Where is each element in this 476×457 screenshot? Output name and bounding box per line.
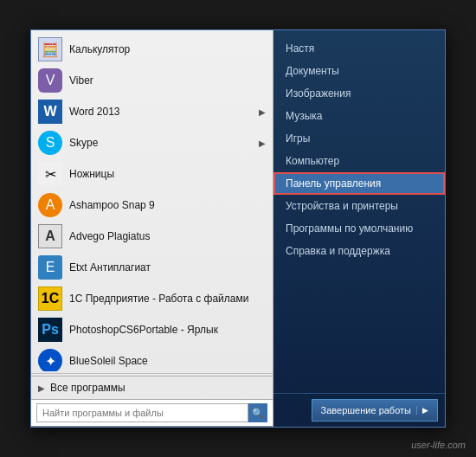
app-item-scissors[interactable]: ✂ Ножницы (31, 158, 273, 190)
app-item-advego[interactable]: A Advego Plagiatus (31, 221, 273, 252)
app-item-viber[interactable]: V Viber (31, 65, 273, 96)
right-item-images[interactable]: Изображения (273, 82, 445, 105)
app-list-container: 🧮 Калькулятор V Viber W Word 2013 ▶ S Sk… (31, 30, 273, 371)
app-icon-1c: 1С (38, 286, 62, 311)
app-label-advego: Advego Plagiatus (69, 230, 266, 242)
app-label-ashampoo: Ashampoo Snap 9 (69, 199, 266, 211)
start-menu: 🧮 Калькулятор V Viber W Word 2013 ▶ S Sk… (30, 29, 446, 428)
app-arrow-skype: ▶ (259, 138, 266, 148)
right-item-defaults[interactable]: Программы по умолчанию (273, 217, 445, 240)
app-icon-ps: Ps (38, 318, 62, 342)
app-label-calculator: Калькулятор (69, 43, 266, 55)
app-icon-viber: V (38, 68, 62, 93)
app-icon-scissors: ✂ (38, 162, 62, 186)
right-panel: НастяДокументыИзображенияМузыкаИгрыКомпь… (273, 30, 445, 427)
app-icon-bluetooth: ✦ (38, 349, 62, 371)
app-list: 🧮 Калькулятор V Viber W Word 2013 ▶ S Sk… (31, 30, 273, 371)
search-button[interactable]: 🔍 (248, 403, 267, 422)
right-item-devices[interactable]: Устройства и принтеры (273, 195, 445, 217)
app-icon-ashampoo: A (38, 193, 62, 217)
watermark: user-life.com (411, 440, 466, 450)
app-arrow-word: ▶ (259, 107, 266, 117)
app-label-etxt: Etxt Антиплагиат (69, 261, 266, 274)
right-item-games[interactable]: Игры (273, 127, 445, 150)
right-bottom-bar: Завершение работы ▶ (273, 393, 445, 427)
shutdown-label: Завершение работы (321, 405, 411, 415)
divider (31, 373, 273, 374)
app-label-viber: Viber (69, 74, 266, 87)
shutdown-button[interactable]: Завершение работы ▶ (312, 399, 438, 422)
right-item-computer[interactable]: Компьютер (273, 150, 445, 172)
right-item-music[interactable]: Музыка (273, 105, 445, 127)
right-item-control-panel[interactable]: Панель управления (273, 172, 445, 195)
app-icon-word: W (38, 100, 62, 124)
app-label-bluetooth: BlueSoleil Space (69, 355, 266, 367)
right-menu-list: НастяДокументыИзображенияМузыкаИгрыКомпь… (273, 30, 445, 269)
app-item-calculator[interactable]: 🧮 Калькулятор (31, 34, 273, 65)
all-programs-arrow-icon: ▶ (38, 383, 45, 393)
left-panel: 🧮 Калькулятор V Viber W Word 2013 ▶ S Sk… (31, 30, 273, 427)
app-item-skype[interactable]: S Skype ▶ (31, 127, 273, 158)
search-input[interactable] (36, 403, 248, 422)
right-item-help[interactable]: Справка и поддержка (273, 240, 445, 262)
right-item-nastya[interactable]: Настя (273, 37, 445, 60)
app-item-etxt[interactable]: E Etxt Антиплагиат (31, 252, 273, 283)
app-label-word: Word 2013 (69, 106, 259, 118)
search-bar: 🔍 (31, 399, 273, 427)
right-item-documents[interactable]: Документы (273, 60, 445, 82)
all-programs-label: Все программы (50, 382, 125, 394)
app-item-word[interactable]: W Word 2013 ▶ (31, 96, 273, 127)
app-icon-calculator: 🧮 (38, 37, 62, 61)
app-label-ps: PhotoshopCS6Portable - Ярлык (69, 324, 266, 336)
app-item-bluetooth[interactable]: ✦ BlueSoleil Space (31, 345, 273, 371)
app-item-ashampoo[interactable]: A Ashampoo Snap 9 (31, 190, 273, 221)
all-programs-item[interactable]: ▶ Все программы (31, 376, 273, 399)
app-icon-etxt: E (38, 255, 62, 280)
app-label-scissors: Ножницы (69, 168, 266, 180)
app-label-1c: 1С Предприятие - Работа с файлами (69, 293, 266, 305)
app-label-skype: Skype (69, 137, 259, 149)
app-item-1c[interactable]: 1С 1С Предприятие - Работа с файлами (31, 283, 273, 314)
shutdown-arrow-icon: ▶ (416, 406, 428, 415)
app-icon-advego: A (38, 224, 62, 248)
app-item-ps[interactable]: Ps PhotoshopCS6Portable - Ярлык (31, 314, 273, 345)
app-icon-skype: S (38, 131, 62, 155)
